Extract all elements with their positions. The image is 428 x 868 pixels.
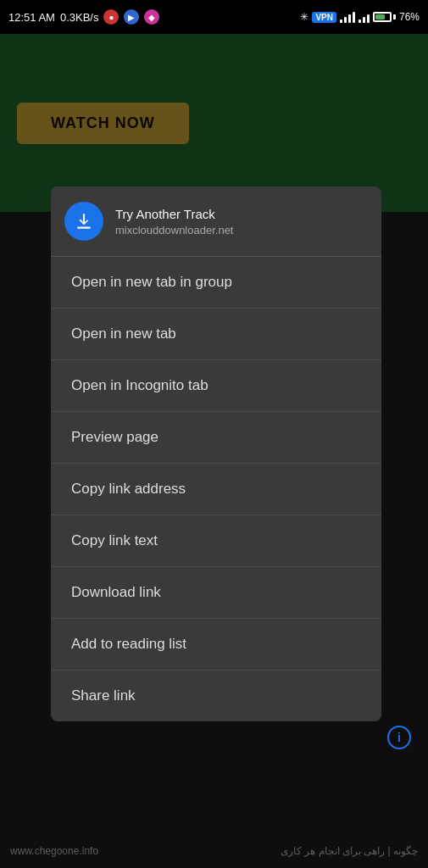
menu-item-incognito[interactable]: Open in Incognito tab	[51, 360, 381, 412]
link-icon	[64, 202, 103, 241]
vpn-badge: VPN	[312, 12, 336, 23]
menu-item-reading-list[interactable]: Add to reading list	[51, 619, 381, 670]
link-preview-header: Try Another Track mixclouddownloader.net	[51, 186, 381, 257]
link-info: Try Another Track mixclouddownloader.net	[115, 207, 233, 236]
menu-item-open-in-group[interactable]: Open in new tab in group	[51, 257, 381, 309]
app-icon-1: ●	[103, 9, 119, 25]
info-icon[interactable]: i	[387, 726, 411, 749]
menu-item-copy-address[interactable]: Copy link address	[51, 464, 381, 515]
signal-bars-1	[340, 11, 355, 23]
download-icon	[73, 210, 95, 232]
time-display: 12:51 AM	[8, 11, 55, 24]
menu-item-copy-text[interactable]: Copy link text	[51, 515, 381, 567]
menu-item-download[interactable]: Download link	[51, 567, 381, 619]
network-speed: 0.3KB/s	[60, 11, 99, 24]
link-url: mixclouddownloader.net	[115, 224, 233, 236]
status-bar: 12:51 AM 0.3KB/s ● ▶ ◆ ✳ VPN 76%	[0, 0, 428, 34]
menu-item-share[interactable]: Share link	[51, 670, 381, 721]
app-icon-3: ◆	[144, 9, 159, 25]
signal-bars-2	[359, 11, 370, 23]
battery-indicator	[373, 12, 396, 22]
context-menu: Try Another Track mixclouddownloader.net…	[51, 186, 381, 721]
menu-item-preview[interactable]: Preview page	[51, 412, 381, 464]
app-icon-2: ▶	[124, 9, 139, 25]
menu-item-open-new-tab[interactable]: Open in new tab	[51, 309, 381, 360]
battery-percent: 76%	[399, 11, 420, 23]
link-title: Try Another Track	[115, 207, 233, 221]
bluetooth-icon: ✳	[300, 11, 308, 23]
